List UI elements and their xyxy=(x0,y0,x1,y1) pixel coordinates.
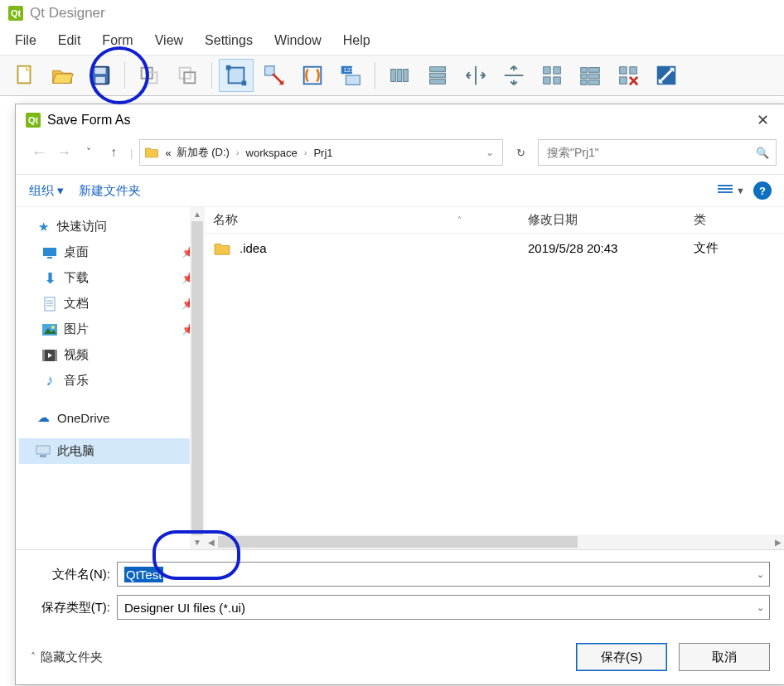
new-file-button[interactable] xyxy=(7,59,41,92)
svg-rect-19 xyxy=(397,70,402,82)
layout-vert-button[interactable] xyxy=(420,59,455,92)
svg-rect-4 xyxy=(95,77,104,84)
sidebar-desktop[interactable]: 桌面 📌 xyxy=(19,239,201,265)
svg-rect-42 xyxy=(43,248,56,256)
file-date: 2019/5/28 20:43 xyxy=(528,241,694,255)
view-options-button[interactable]: ▼ xyxy=(718,185,745,196)
sidebar-scrollbar[interactable]: ▲ ▼ xyxy=(190,207,205,549)
svg-rect-28 xyxy=(544,77,550,84)
column-type[interactable]: 类 xyxy=(694,212,777,228)
menu-view[interactable]: View xyxy=(155,33,183,48)
svg-rect-36 xyxy=(620,67,627,74)
adjust-size-button[interactable] xyxy=(649,59,684,92)
menu-settings[interactable]: Settings xyxy=(205,33,253,48)
sidebar-this-pc[interactable]: 此电脑 xyxy=(19,438,201,464)
save-button[interactable] xyxy=(83,59,118,92)
sidebar-videos[interactable]: 视频 xyxy=(19,342,201,368)
svg-rect-29 xyxy=(554,77,560,84)
scroll-up-icon[interactable]: ▲ xyxy=(193,207,201,221)
folder-icon xyxy=(213,241,231,256)
svg-rect-52 xyxy=(42,350,45,361)
folder-icon xyxy=(143,144,160,161)
save-button[interactable]: 保存(S) xyxy=(576,643,667,671)
menu-form[interactable]: Form xyxy=(102,33,133,48)
cancel-button[interactable]: 取消 xyxy=(679,643,770,671)
layout-horiz-splitter-button[interactable] xyxy=(458,59,493,92)
edit-tab-order-button[interactable]: 123 xyxy=(333,59,368,92)
main-toolbar: 123 xyxy=(0,56,784,96)
help-button[interactable]: ? xyxy=(753,181,772,200)
nav-back-button[interactable]: ← xyxy=(29,144,49,162)
file-row[interactable]: .idea 2019/5/28 20:43 文件 xyxy=(205,234,784,263)
open-file-button[interactable] xyxy=(45,59,80,92)
svg-rect-17 xyxy=(346,75,360,85)
window-title: Qt Designer xyxy=(30,5,105,22)
sidebar-documents[interactable]: 文档 📌 xyxy=(19,291,201,316)
edit-signals-button[interactable] xyxy=(257,59,292,92)
file-name: .idea xyxy=(240,241,267,255)
break-layout-button[interactable] xyxy=(611,59,646,92)
edit-buddies-button[interactable] xyxy=(295,59,330,92)
svg-rect-33 xyxy=(588,74,599,79)
scroll-left-icon[interactable]: ◀ xyxy=(205,538,218,547)
organize-menu[interactable]: 组织 ▾ xyxy=(29,183,64,199)
search-icon: 🔍 xyxy=(756,147,769,159)
download-icon: ⬇ xyxy=(42,271,57,286)
search-input[interactable] xyxy=(545,145,756,160)
menu-window[interactable]: Window xyxy=(274,33,322,48)
send-back-button[interactable] xyxy=(132,59,167,92)
menu-file[interactable]: File xyxy=(15,33,36,48)
scroll-down-icon[interactable]: ▼ xyxy=(193,535,201,549)
horizontal-scrollbar[interactable]: ◀ ▶ xyxy=(205,534,784,549)
filename-value: QtTest xyxy=(124,567,163,582)
sidebar-onedrive[interactable]: ☁ OneDrive xyxy=(19,405,201,430)
sidebar-music[interactable]: ♪ 音乐 xyxy=(19,368,201,394)
column-name[interactable]: 名称 xyxy=(213,212,238,228)
svg-text:123: 123 xyxy=(344,66,355,74)
layout-vert-splitter-button[interactable] xyxy=(496,59,531,92)
svg-rect-21 xyxy=(430,67,446,72)
edit-widgets-button[interactable] xyxy=(219,59,254,92)
star-icon: ★ xyxy=(36,220,51,234)
refresh-button[interactable]: ↻ xyxy=(508,140,533,165)
desktop-icon xyxy=(42,245,57,260)
sidebar-quick-access[interactable]: ★ 快速访问 xyxy=(19,214,201,239)
chevron-right-icon[interactable]: › xyxy=(235,147,241,157)
svg-rect-26 xyxy=(544,67,550,74)
svg-rect-32 xyxy=(581,74,588,79)
search-box[interactable]: 🔍 xyxy=(538,139,777,166)
breadcrumb-segment[interactable]: workspace xyxy=(246,147,298,159)
layout-grid-button[interactable] xyxy=(535,59,569,92)
nav-forward-button[interactable]: → xyxy=(54,144,74,162)
path-dropdown-button[interactable]: ⌄ xyxy=(486,147,499,158)
app-icon: Qt xyxy=(26,113,41,128)
menu-edit[interactable]: Edit xyxy=(58,33,81,48)
column-headers: 名称 ˄ 修改日期 类 xyxy=(205,207,784,234)
close-button[interactable]: ✕ xyxy=(750,111,775,129)
scroll-right-icon[interactable]: ▶ xyxy=(772,538,784,547)
nav-up-button[interactable]: ↑ xyxy=(104,145,123,160)
bring-front-button[interactable] xyxy=(170,59,205,92)
filetype-select[interactable]: Designer UI files (*.ui) ⌄ xyxy=(117,595,770,620)
svg-rect-31 xyxy=(588,68,599,73)
layout-horiz-button[interactable] xyxy=(382,59,417,92)
hidden-folders-toggle[interactable]: ˄ 隐藏文件夹 xyxy=(31,650,103,665)
recent-locations-button[interactable]: ˅ xyxy=(79,147,99,158)
layout-form-button[interactable] xyxy=(573,59,607,92)
dropdown-icon[interactable]: ⌄ xyxy=(757,602,764,613)
sidebar-pictures[interactable]: 图片 📌 xyxy=(19,316,201,342)
sidebar-downloads[interactable]: ⬇ 下载 📌 xyxy=(19,265,201,291)
pc-icon xyxy=(36,444,51,459)
chevron-right-icon[interactable]: › xyxy=(302,147,309,157)
filename-input[interactable]: QtTest ⌄ xyxy=(117,562,770,587)
path-prefix: « xyxy=(165,147,171,159)
filetype-value: Designer UI files (*.ui) xyxy=(124,601,245,615)
breadcrumb-segment[interactable]: Prj1 xyxy=(313,147,332,159)
breadcrumb-segment[interactable]: 新加卷 (D:) xyxy=(177,145,230,160)
column-date[interactable]: 修改日期 xyxy=(528,212,694,228)
dropdown-icon[interactable]: ⌄ xyxy=(757,569,764,580)
menu-help[interactable]: Help xyxy=(343,33,370,48)
new-folder-button[interactable]: 新建文件夹 xyxy=(79,183,141,199)
address-bar[interactable]: « 新加卷 (D:) › workspace › Prj1 ⌄ xyxy=(139,139,503,166)
list-view-icon xyxy=(718,185,733,196)
